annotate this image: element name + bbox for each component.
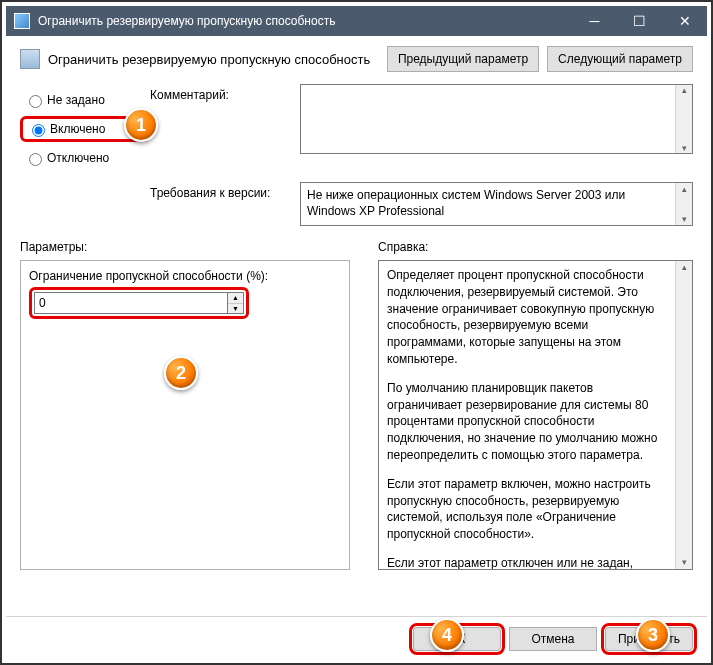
radio-disabled-input[interactable]	[29, 153, 42, 166]
setting-title: Ограничить резервируемую пропускную спос…	[48, 52, 379, 67]
annotation-marker-3: 3	[636, 618, 670, 652]
help-box: Определяет процент пропускной способност…	[378, 260, 693, 570]
comment-textarea[interactable]: ▴▾	[300, 84, 693, 154]
annotation-marker-1: 1	[124, 108, 158, 142]
radio-enabled-label: Включено	[50, 122, 105, 136]
help-scrollbar[interactable]: ▴▾	[675, 261, 692, 569]
radio-disabled[interactable]: Отключено	[20, 148, 150, 168]
requirements-text: Не ниже операционных систем Windows Serv…	[307, 188, 625, 218]
radio-disabled-label: Отключено	[47, 151, 109, 165]
requirements-box: Не ниже операционных систем Windows Serv…	[300, 182, 693, 226]
bandwidth-spinner[interactable]: ▲ ▼	[34, 292, 244, 314]
help-paragraph: Если этот параметр включен, можно настро…	[387, 476, 670, 543]
app-icon	[14, 13, 30, 29]
params-box: Ограничение пропускной способности (%): …	[20, 260, 350, 570]
cancel-button[interactable]: Отмена	[509, 627, 597, 651]
dialog-footer: ОК Отмена Применить	[6, 616, 707, 651]
titlebar: Ограничить резервируемую пропускную спос…	[6, 6, 707, 36]
help-paragraph: Определяет процент пропускной способност…	[387, 267, 670, 368]
policy-icon	[20, 49, 40, 69]
radio-not-configured[interactable]: Не задано	[20, 90, 150, 110]
dialog-content: Ограничить резервируемую пропускную спос…	[6, 36, 707, 659]
window-title: Ограничить резервируемую пропускную спос…	[38, 14, 572, 28]
minimize-button[interactable]: ─	[572, 6, 617, 36]
annotation-marker-4: 4	[430, 618, 464, 652]
spinner-buttons: ▲ ▼	[227, 293, 243, 313]
help-paragraph: Если этот параметр отключен или не задан…	[387, 555, 670, 570]
radio-not-configured-input[interactable]	[29, 95, 42, 108]
params-section-label: Параметры:	[20, 240, 350, 254]
radio-not-configured-label: Не задано	[47, 93, 105, 107]
maximize-button[interactable]: ☐	[617, 6, 662, 36]
help-section-label: Справка:	[378, 240, 693, 254]
bandwidth-limit-label: Ограничение пропускной способности (%):	[29, 269, 341, 283]
comment-scrollbar[interactable]: ▴▾	[675, 85, 692, 153]
comment-label: Комментарий:	[150, 84, 300, 102]
radio-enabled-input[interactable]	[32, 124, 45, 137]
close-button[interactable]: ✕	[662, 6, 707, 36]
bandwidth-spinner-input[interactable]	[35, 293, 227, 313]
bandwidth-spinner-highlight: ▲ ▼	[29, 287, 249, 319]
requirements-scrollbar[interactable]: ▴▾	[675, 183, 692, 225]
requirements-label: Требования к версии:	[150, 182, 300, 226]
help-paragraph: По умолчанию планировщик пакетов огранич…	[387, 380, 670, 464]
next-setting-button[interactable]: Следующий параметр	[547, 46, 693, 72]
annotation-marker-2: 2	[164, 356, 198, 390]
spinner-up-button[interactable]: ▲	[228, 293, 243, 304]
prev-setting-button[interactable]: Предыдущий параметр	[387, 46, 539, 72]
spinner-down-button[interactable]: ▼	[228, 304, 243, 314]
